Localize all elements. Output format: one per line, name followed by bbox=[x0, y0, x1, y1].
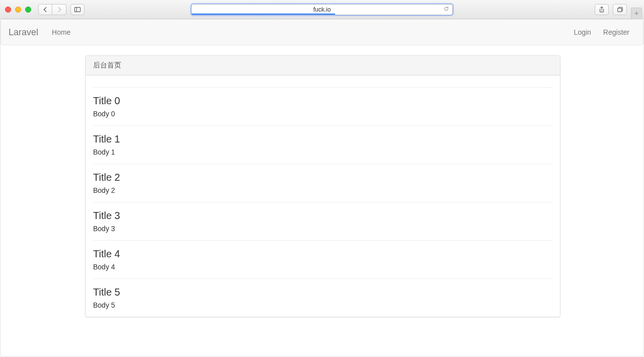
nav-back-forward bbox=[38, 4, 66, 15]
chevron-left-icon bbox=[42, 6, 49, 13]
post-item: Title 4Body 4 bbox=[93, 240, 552, 278]
page-viewport: Laravel Home Login Register 后台首页 Title 0… bbox=[0, 19, 644, 357]
post-body: Body 2 bbox=[93, 186, 552, 194]
loading-progress-bar bbox=[192, 14, 452, 15]
post-title: Title 0 bbox=[93, 95, 552, 107]
post-item: Title 1Body 1 bbox=[93, 125, 552, 164]
new-tab-button[interactable]: + bbox=[631, 8, 642, 19]
sidebar-icon bbox=[74, 6, 81, 13]
post-item: Title 2Body 2 bbox=[93, 164, 552, 202]
back-button[interactable] bbox=[38, 4, 52, 15]
post-item: Title 5Body 5 bbox=[93, 278, 552, 317]
sidebar-toggle-button[interactable] bbox=[70, 4, 85, 15]
forward-button[interactable] bbox=[52, 4, 66, 15]
panel-heading: 后台首页 bbox=[86, 56, 560, 76]
tabs-icon bbox=[616, 6, 623, 13]
chevron-right-icon bbox=[56, 6, 63, 13]
window-close-button[interactable] bbox=[5, 7, 11, 13]
svg-rect-0 bbox=[74, 7, 80, 12]
post-title: Title 5 bbox=[93, 287, 552, 298]
nav-link-register[interactable]: Register bbox=[597, 21, 635, 44]
plus-icon: + bbox=[634, 9, 638, 17]
svg-rect-2 bbox=[618, 8, 622, 12]
posts-list: Title 0Body 0Title 1Body 1Title 2Body 2T… bbox=[86, 76, 560, 317]
post-body: Body 1 bbox=[93, 148, 552, 156]
post-body: Body 5 bbox=[93, 301, 552, 309]
post-item: Title 3Body 3 bbox=[93, 202, 552, 240]
address-bar-text: fuck.io bbox=[313, 6, 331, 13]
window-minimize-button[interactable] bbox=[15, 7, 21, 13]
browser-toolbar: fuck.io + bbox=[0, 0, 644, 19]
post-body: Body 4 bbox=[93, 263, 552, 271]
app-navbar: Laravel Home Login Register bbox=[1, 19, 643, 45]
nav-link-login[interactable]: Login bbox=[568, 21, 597, 44]
share-button[interactable] bbox=[595, 4, 609, 15]
post-body: Body 3 bbox=[93, 225, 552, 233]
post-item: Title 0Body 0 bbox=[93, 87, 552, 125]
window-zoom-button[interactable] bbox=[25, 7, 31, 13]
navbar-brand[interactable]: Laravel bbox=[9, 20, 38, 45]
post-title: Title 4 bbox=[93, 248, 552, 260]
window-controls bbox=[5, 7, 31, 13]
post-title: Title 1 bbox=[93, 133, 552, 145]
reload-icon[interactable] bbox=[443, 6, 449, 14]
nav-link-home[interactable]: Home bbox=[46, 21, 76, 44]
post-title: Title 3 bbox=[93, 210, 552, 222]
dashboard-panel: 后台首页 Title 0Body 0Title 1Body 1Title 2Bo… bbox=[85, 55, 560, 317]
post-title: Title 2 bbox=[93, 172, 552, 183]
share-icon bbox=[598, 6, 605, 13]
address-bar[interactable]: fuck.io bbox=[191, 4, 453, 15]
tabs-button[interactable] bbox=[613, 4, 627, 15]
post-body: Body 0 bbox=[93, 110, 552, 118]
